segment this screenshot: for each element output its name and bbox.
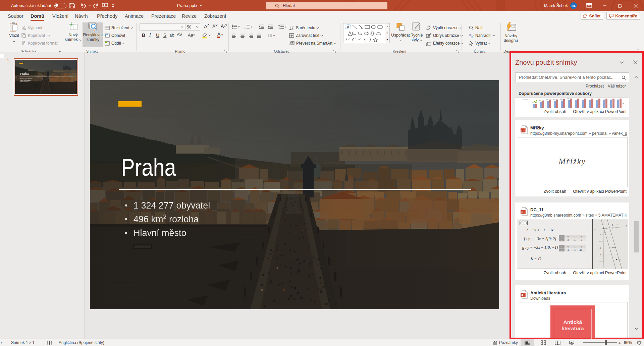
- svg-text:-1: -1: [574, 239, 576, 241]
- svg-text:2: 2: [612, 224, 613, 226]
- svg-text:3: 3: [617, 224, 618, 226]
- svg-text:f : y = −3x + 2[0; 2]: f : y = −3x + 2[0; 2]: [524, 237, 556, 241]
- svg-text:405 846: 405 846: [560, 98, 565, 100]
- svg-text:A: A: [291, 27, 293, 30]
- svg-text:2: 2: [245, 27, 246, 29]
- svg-text:0,4: 0,4: [622, 103, 624, 104]
- svg-text:0: 0: [568, 235, 569, 238]
- svg-text:-10: -10: [579, 249, 582, 251]
- svg-text:3: 3: [581, 235, 582, 238]
- svg-text:c: c: [471, 35, 473, 38]
- svg-text:2: 2: [568, 239, 569, 241]
- svg-text:-4: -4: [574, 249, 576, 251]
- svg-text:322 240: 322 240: [539, 100, 544, 102]
- svg-text:433 610: 433 610: [567, 98, 572, 100]
- svg-text:0: 0: [568, 245, 569, 248]
- svg-text:376 505: 376 505: [553, 99, 558, 100]
- svg-text:P: P: [522, 294, 524, 297]
- svg-text:A: A: [347, 25, 350, 29]
- svg-text:-1: -1: [567, 249, 569, 251]
- svg-text:-5: -5: [599, 261, 601, 263]
- svg-text:1: 1: [574, 235, 576, 238]
- svg-text:3: 3: [581, 245, 582, 248]
- svg-text:-7: -7: [580, 239, 582, 241]
- svg-text:1: 1: [606, 224, 607, 226]
- svg-text:1: 1: [245, 24, 246, 26]
- svg-text:500 000: 500 000: [523, 99, 528, 101]
- svg-text:338 646: 338 646: [546, 99, 551, 101]
- svg-text:g : y = −3x − 1[0; −1]: g : y = −3x − 1[0; −1]: [522, 245, 558, 250]
- svg-text:-3: -3: [599, 247, 601, 249]
- svg-text:-2: -2: [599, 240, 601, 242]
- svg-text:x: x: [626, 224, 627, 226]
- svg-text:267 049: 267 049: [532, 102, 537, 103]
- svg-text:-4: -4: [599, 254, 601, 256]
- svg-text:-1: -1: [599, 234, 601, 236]
- svg-text:2 − 3x < −1 − 3x: 2 − 3x < −1 − 3x: [526, 228, 553, 232]
- svg-text:P: P: [522, 129, 524, 132]
- svg-text:K = ∅: K = ∅: [530, 257, 541, 261]
- svg-text:1: 1: [574, 245, 576, 248]
- svg-text:P: P: [522, 211, 524, 214]
